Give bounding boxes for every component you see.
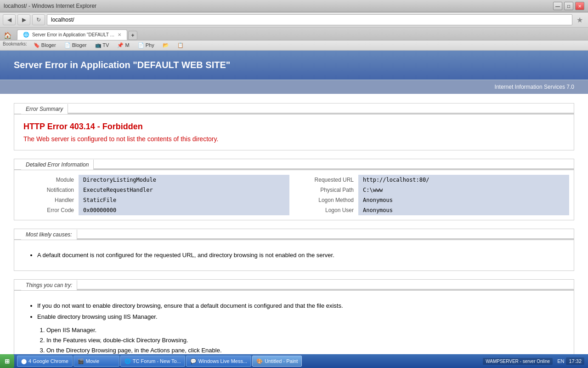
table-row: Handler StaticFile: [19, 195, 289, 205]
detail-left-col: Module DirectoryListingModule Notificati…: [19, 175, 289, 215]
table-row: Requested URL http://localhost:80/: [299, 175, 569, 185]
bookmark-bar: Bookmarks: 🔖 Bloger 📄 Bloger 📺 TV 📌 M 📄 …: [0, 40, 588, 51]
table-row: Notification ExecuteRequestHandler: [19, 185, 289, 195]
things-try-content: If you do not want to enable directory b…: [14, 291, 574, 354]
iis-subheader: Internet Information Services 7.0: [0, 80, 588, 94]
table-row: Logon Method Anonymous: [299, 195, 569, 205]
things-try-box: Things you can try: If you do not want t…: [14, 279, 574, 354]
list-item: Open IIS Manager.: [46, 326, 565, 334]
iis-body: Error Summary HTTP Error 403.14 - Forbid…: [0, 94, 588, 354]
list-item: In the Features view, double-click Direc…: [46, 336, 565, 345]
bookmark-item[interactable]: 📌 M: [113, 41, 133, 49]
notification-label: Notification: [19, 185, 79, 195]
logonuser-value: Anonymous: [358, 205, 569, 215]
requestedurl-value: http://localhost:80/: [358, 175, 569, 185]
column-divider: [289, 175, 299, 215]
tab-label: Server Error in Application "DEFAULT WEB…: [32, 32, 115, 37]
detail-table-container: Module DirectoryListingModule Notificati…: [14, 170, 574, 220]
handler-value: StaticFile: [79, 195, 289, 205]
browser-toolbar: ◀ ▶ ↻ ★: [0, 12, 588, 28]
logonmethod-label: Logon Method: [299, 195, 358, 205]
back-button[interactable]: ◀: [3, 14, 16, 25]
table-row: Physical Path C:\www: [299, 185, 569, 195]
detail-left-table: Module DirectoryListingModule Notificati…: [19, 175, 289, 215]
forward-button[interactable]: ▶: [17, 14, 30, 25]
browser-titlebar: localhost/ - Windows Internet Explorer —…: [0, 0, 588, 12]
error-title: HTTP Error 403.14 - Forbidden: [23, 122, 565, 132]
tab-favicon: 🌐: [23, 32, 29, 38]
likely-causes-list: A default document is not configured for…: [37, 251, 565, 259]
page-title: Server Error in Application "DEFAULT WEB…: [14, 60, 574, 70]
likely-causes-box: Most likely causes: A default document i…: [14, 229, 574, 271]
error-summary-content: HTTP Error 403.14 - Forbidden The Web se…: [14, 115, 574, 150]
likely-causes-label: Most likely causes:: [21, 230, 77, 240]
bookmark-item[interactable]: 📋: [174, 41, 187, 49]
table-row: Error Code 0x00000000: [19, 205, 289, 215]
handler-label: Handler: [19, 195, 79, 205]
bookmark-item[interactable]: 📄 Bloger: [61, 41, 90, 49]
things-try-list: If you do not want to enable directory b…: [37, 302, 565, 321]
detail-right-col: Requested URL http://localhost:80/ Physi…: [299, 175, 569, 215]
error-summary-box: Error Summary HTTP Error 403.14 - Forbid…: [14, 103, 574, 150]
bookmark-item[interactable]: 📂: [159, 41, 173, 49]
table-row: Logon User Anonymous: [299, 205, 569, 215]
bookmark-item[interactable]: 📺 TV: [91, 41, 113, 49]
browser-tab-active[interactable]: 🌐 Server Error in Application "DEFAULT W…: [17, 29, 127, 40]
likely-causes-content: A default document is not configured for…: [14, 240, 574, 270]
detail-right-table: Requested URL http://localhost:80/ Physi…: [299, 175, 569, 215]
logonuser-label: Logon User: [299, 205, 358, 215]
window-controls: — □ ✕: [553, 2, 584, 10]
new-tab-button[interactable]: +: [128, 31, 137, 40]
detail-section-label: Detailed Error Information: [21, 160, 94, 170]
detail-info-box: Detailed Error Information Module Direct…: [14, 159, 574, 220]
home-icon[interactable]: 🏠: [2, 31, 13, 40]
things-try-label: Things you can try:: [21, 280, 77, 290]
detail-columns: Module DirectoryListingModule Notificati…: [19, 175, 569, 215]
module-label: Module: [19, 175, 79, 185]
list-item: If you do not want to enable directory b…: [37, 302, 565, 310]
bookmark-item[interactable]: 📄 Phy: [134, 41, 158, 49]
minimize-button[interactable]: —: [553, 2, 562, 10]
error-description: The Web server is configured to not list…: [23, 135, 565, 143]
requestedurl-label: Requested URL: [299, 175, 358, 185]
list-item: On the Directory Browsing page, in the A…: [46, 346, 565, 354]
logonmethod-value: Anonymous: [358, 195, 569, 205]
bookmark-star-button[interactable]: ★: [574, 14, 585, 25]
refresh-button[interactable]: ↻: [32, 14, 45, 25]
errorcode-label: Error Code: [19, 205, 79, 215]
table-row: Module DirectoryListingModule: [19, 175, 289, 185]
list-item: Enable directory browsing using IIS Mana…: [37, 313, 565, 321]
tab-close-button[interactable]: ✕: [118, 32, 121, 37]
browser-title: localhost/ - Windows Internet Explorer: [4, 3, 96, 9]
list-item: A default document is not configured for…: [37, 251, 565, 259]
errorcode-value: 0x00000000: [79, 205, 289, 215]
page-content: Server Error in Application "DEFAULT WEB…: [0, 51, 588, 354]
physicalpath-label: Physical Path: [299, 185, 358, 195]
iis-header: Server Error in Application "DEFAULT WEB…: [0, 51, 588, 80]
error-summary-label: Error Summary: [21, 104, 68, 114]
things-try-steps: Open IIS Manager. In the Features view, …: [46, 326, 565, 354]
browser-tabs: 🏠 🌐 Server Error in Application "DEFAULT…: [0, 28, 588, 40]
notification-value: ExecuteRequestHandler: [79, 185, 289, 195]
address-bar[interactable]: [47, 14, 572, 25]
module-value: DirectoryListingModule: [79, 175, 289, 185]
bookmarks-label: Bookmarks:: [3, 41, 27, 49]
iis-version-label: Internet Information Services 7.0: [495, 84, 574, 90]
physicalpath-value: C:\www: [358, 185, 569, 195]
close-button[interactable]: ✕: [575, 2, 584, 10]
bookmark-item[interactable]: 🔖 Bloger: [30, 41, 60, 49]
maximize-button[interactable]: □: [564, 2, 573, 10]
